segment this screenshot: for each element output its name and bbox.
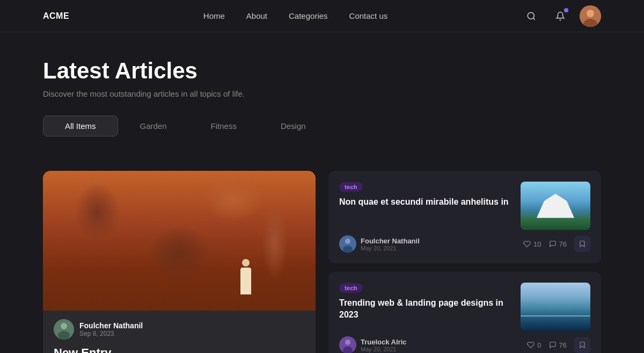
article-top-2: tech Trending web & landing page designs… bbox=[339, 283, 590, 331]
likes-count-2: 0 bbox=[537, 341, 541, 349]
featured-info: Foulcher Nathanil Sep 8, 2023 New Entry … bbox=[43, 311, 316, 353]
user-avatar[interactable] bbox=[580, 5, 601, 27]
likes-count-1: 10 bbox=[533, 240, 541, 248]
svg-point-9 bbox=[345, 239, 350, 244]
article-author-date-2: May 20, 2021 bbox=[361, 346, 407, 352]
tab-fitness[interactable]: Fitness bbox=[189, 116, 259, 136]
hero-subtitle: Discover the most outstanding articles i… bbox=[43, 89, 601, 98]
search-button[interactable] bbox=[522, 6, 541, 26]
article-author-avatar-1 bbox=[339, 235, 356, 253]
article-badge-1: tech bbox=[339, 182, 363, 192]
article-card-1[interactable]: tech Non quae et secundi mirabile anheli… bbox=[328, 171, 601, 263]
navbar-actions bbox=[522, 5, 601, 27]
featured-title: New Entry bbox=[54, 346, 305, 353]
article-author-row-2: Truelock Alric May 20, 2021 bbox=[339, 336, 407, 353]
featured-card[interactable]: Foulcher Nathanil Sep 8, 2023 New Entry … bbox=[43, 171, 316, 353]
content-grid: Foulcher Nathanil Sep 8, 2023 New Entry … bbox=[0, 171, 644, 353]
bookmark-button-2[interactable] bbox=[574, 337, 590, 353]
svg-point-3 bbox=[587, 10, 594, 17]
comments-button-2[interactable]: 76 bbox=[549, 341, 567, 349]
article-author-info-2: Truelock Alric May 20, 2021 bbox=[361, 338, 407, 352]
rock-texture bbox=[43, 171, 316, 311]
article-meta-2: Truelock Alric May 20, 2021 0 bbox=[339, 336, 590, 353]
bookmark-button-1[interactable] bbox=[574, 236, 590, 252]
nav-menu: Home About Categories Contact us bbox=[203, 11, 387, 20]
notification-badge bbox=[564, 8, 568, 12]
likes-button-1[interactable]: 10 bbox=[523, 240, 541, 248]
svg-point-12 bbox=[345, 340, 350, 345]
hero-section: Latest Articles Discover the most outsta… bbox=[0, 32, 644, 171]
svg-point-0 bbox=[528, 12, 534, 19]
featured-author-info: Foulcher Nathanil Sep 8, 2023 bbox=[79, 321, 143, 337]
nav-about[interactable]: About bbox=[246, 11, 267, 20]
article-author-name-2: Truelock Alric bbox=[361, 338, 407, 346]
featured-author-date: Sep 8, 2023 bbox=[79, 330, 143, 337]
article-author-avatar-2 bbox=[339, 336, 356, 353]
article-author-info-1: Foulcher Nathanil May 20, 2021 bbox=[361, 237, 420, 251]
nav-categories[interactable]: Categories bbox=[289, 11, 328, 20]
brand-logo[interactable]: ACME bbox=[43, 11, 69, 21]
article-actions-1: 10 76 bbox=[523, 236, 590, 252]
comments-count-1: 76 bbox=[559, 240, 567, 248]
article-title-2: Trending web & landing page designs in 2… bbox=[339, 297, 512, 321]
article-badge-2: tech bbox=[339, 283, 363, 293]
comments-button-1[interactable]: 76 bbox=[549, 240, 567, 248]
article-actions-2: 0 76 bbox=[527, 337, 590, 353]
article-title-1: Non quae et secundi mirabile anhelitus i… bbox=[339, 196, 512, 208]
nav-contact[interactable]: Contact us bbox=[349, 11, 388, 20]
notifications-button[interactable] bbox=[551, 6, 570, 26]
svg-point-7 bbox=[58, 331, 70, 340]
featured-author-avatar bbox=[54, 319, 74, 340]
article-author-name-1: Foulcher Nathanil bbox=[361, 237, 420, 245]
category-tabs: All Items Garden Fitness Design bbox=[43, 116, 601, 136]
featured-image bbox=[43, 171, 316, 311]
likes-button-2[interactable]: 0 bbox=[527, 341, 541, 349]
nav-home[interactable]: Home bbox=[203, 11, 225, 20]
tab-garden[interactable]: Garden bbox=[118, 116, 189, 136]
article-content-1: tech Non quae et secundi mirabile anheli… bbox=[339, 182, 512, 214]
article-thumb-1 bbox=[521, 182, 590, 230]
article-meta-1: Foulcher Nathanil May 20, 2021 10 bbox=[339, 235, 590, 253]
article-thumb-2 bbox=[521, 283, 590, 331]
figure-head bbox=[242, 259, 250, 266]
tab-design[interactable]: Design bbox=[259, 116, 328, 136]
featured-author-row: Foulcher Nathanil Sep 8, 2023 bbox=[54, 319, 305, 340]
article-author-row-1: Foulcher Nathanil May 20, 2021 bbox=[339, 235, 420, 253]
articles-column: tech Non quae et secundi mirabile anheli… bbox=[328, 171, 601, 353]
featured-author-name: Foulcher Nathanil bbox=[79, 321, 143, 330]
comments-count-2: 76 bbox=[559, 341, 567, 349]
figure bbox=[240, 268, 251, 294]
svg-point-6 bbox=[61, 323, 67, 329]
article-content-2: tech Trending web & landing page designs… bbox=[339, 283, 512, 328]
article-card-2[interactable]: tech Trending web & landing page designs… bbox=[328, 272, 601, 353]
article-top-1: tech Non quae et secundi mirabile anheli… bbox=[339, 182, 590, 230]
article-author-date-1: May 20, 2021 bbox=[361, 245, 420, 251]
svg-line-1 bbox=[533, 18, 535, 19]
page-title: Latest Articles bbox=[43, 58, 601, 84]
tab-all-items[interactable]: All Items bbox=[43, 116, 118, 136]
navbar: ACME Home About Categories Contact us bbox=[0, 0, 644, 32]
